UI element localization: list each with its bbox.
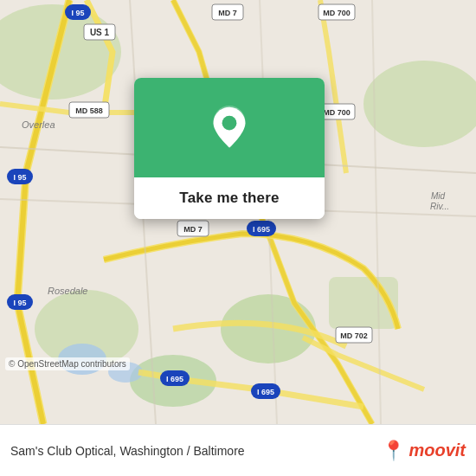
svg-text:MD 700: MD 700 (323, 9, 351, 17)
svg-text:MD 702: MD 702 (340, 331, 368, 340)
svg-text:I 695: I 695 (166, 375, 183, 383)
popup-green-area (134, 78, 325, 177)
svg-text:MD 588: MD 588 (75, 106, 103, 115)
svg-point-45 (222, 115, 237, 130)
svg-text:Mid: Mid (431, 191, 446, 201)
moovit-logo: 📍 moovit (382, 440, 466, 462)
svg-text:Riv...: Riv... (430, 202, 449, 211)
location-pin-icon (207, 106, 252, 151)
popup-card: Take me there (134, 78, 325, 219)
svg-text:I 95: I 95 (13, 173, 26, 182)
moovit-pin-icon: 📍 (382, 440, 405, 462)
svg-text:MD 700: MD 700 (323, 108, 351, 117)
svg-text:Rosedale: Rosedale (48, 286, 87, 296)
svg-text:I 695: I 695 (253, 225, 270, 234)
bottom-bar: Sam's Club Optical, Washington / Baltimo… (0, 424, 476, 476)
svg-text:I 95: I 95 (71, 9, 84, 17)
location-title: Sam's Club Optical, Washington / Baltimo… (10, 444, 245, 458)
svg-text:MD 7: MD 7 (183, 225, 203, 234)
svg-text:MD 7: MD 7 (218, 9, 237, 17)
moovit-brand-text: moovit (408, 441, 466, 460)
svg-text:I 95: I 95 (13, 299, 26, 307)
map-container[interactable]: US 1 I 95 I 95 I 95 MD 588 MD 7 MD 7 MD … (0, 0, 476, 424)
osm-attribution: © OpenStreetMap contributors (5, 357, 130, 370)
svg-text:I 695: I 695 (257, 388, 274, 396)
take-me-there-button[interactable]: Take me there (134, 177, 325, 219)
svg-text:Overlea: Overlea (22, 119, 55, 130)
svg-text:US 1: US 1 (90, 28, 110, 37)
